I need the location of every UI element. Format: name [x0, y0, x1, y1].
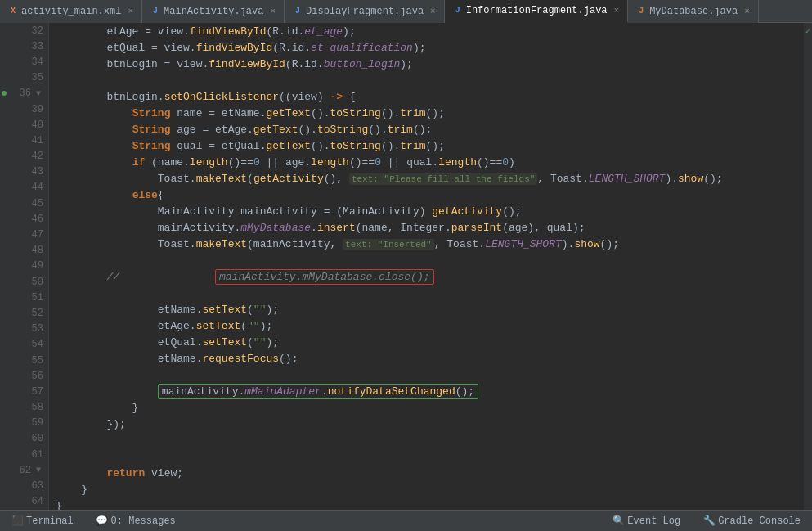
- gutter-row-44: 44: [0, 180, 48, 196]
- code-line-36: btnLogin.setOnClickListener((view) -> {: [49, 88, 804, 105]
- java-orange-icon: J: [636, 7, 646, 16]
- gutter-row-63: 63: [0, 478, 48, 493]
- gutter-row-47: 47: [0, 227, 48, 242]
- messages-label: 0: Messages: [111, 515, 176, 527]
- line-number-gutter: 32 33 34 35 36 ▼ 39 40 41 42 43: [0, 23, 49, 510]
- gutter-row-58: 58: [0, 400, 48, 416]
- gradle-console-button[interactable]: 🔧 Gradle Console: [698, 514, 805, 529]
- gradle-console-label: Gradle Console: [718, 515, 801, 527]
- tab-label: MyDatabase.java: [649, 6, 738, 17]
- code-line-40: String age = etAge.getText().toString().…: [49, 121, 804, 137]
- gradle-icon: 🔧: [703, 515, 715, 527]
- close-icon[interactable]: ×: [614, 6, 620, 16]
- gutter-row-53: 53: [0, 322, 48, 337]
- gutter-row-33: 33: [0, 38, 48, 54]
- terminal-icon: ⬛: [11, 515, 23, 527]
- code-line-42: if (name.length()==0 || age.length()==0 …: [49, 154, 804, 170]
- tab-information-fragment[interactable]: J InformationFragment.java ×: [445, 0, 628, 23]
- gutter-row-56: 56: [0, 368, 48, 384]
- code-line-50: [49, 285, 804, 301]
- tab-my-database[interactable]: J MyDatabase.java ×: [628, 0, 759, 23]
- gutter-row-61: 61: [0, 447, 48, 462]
- event-log-label: Event Log: [627, 515, 680, 527]
- gutter-row-34: 34: [0, 54, 48, 70]
- gutter-row-59: 59: [0, 416, 48, 431]
- code-line-60: [49, 448, 804, 465]
- terminal-button[interactable]: ⬛ Terminal: [7, 514, 79, 529]
- code-line-53: etQual.setText("");: [49, 334, 804, 350]
- code-line-62: }: [49, 481, 804, 497]
- gutter-row-45: 45: [0, 196, 48, 211]
- code-line-49: // mainActivity.mMyDatabase.close();: [49, 268, 804, 285]
- tab-label: MainActivity.java: [164, 6, 263, 17]
- code-line-39: String name = etName.getText().toString(…: [49, 105, 804, 121]
- close-icon[interactable]: ×: [128, 7, 133, 16]
- gutter-row-49: 49: [0, 259, 48, 274]
- code-line-33: etQual = view.findViewById(R.id.et_quali…: [49, 39, 804, 56]
- gutter-row-41: 41: [0, 133, 48, 148]
- code-line-51: etName.setText("");: [49, 301, 804, 317]
- code-line-56: mainActivity.mMainAdapter.notifyDataSetC…: [49, 383, 804, 399]
- gutter-row-57: 57: [0, 384, 48, 399]
- gutter-row-62: 62 ▼: [0, 462, 48, 478]
- gutter-row-50: 50: [0, 274, 48, 290]
- gutter-row-32: 32: [0, 23, 48, 38]
- code-line-48: [49, 252, 804, 268]
- gutter-row-52: 52: [0, 305, 48, 321]
- java-icon: J: [453, 6, 463, 16]
- close-icon[interactable]: ×: [744, 7, 750, 16]
- gutter-row-42: 42: [0, 149, 48, 164]
- gutter-row-55: 55: [0, 353, 48, 368]
- code-line-59: [49, 432, 804, 448]
- code-line-58: });: [49, 416, 804, 432]
- gutter-row-40: 40: [0, 117, 48, 133]
- code-line-41: String qual = etQual.getText().toString(…: [49, 137, 804, 154]
- breakpoint-marker: [2, 91, 7, 96]
- tab-label: DisplayFragment.java: [306, 6, 424, 17]
- code-line-47: Toast.makeText(mainActivity, text: "Inse…: [49, 236, 804, 252]
- gutter-row-48: 48: [0, 243, 48, 259]
- tab-display-fragment[interactable]: J DisplayFragment.java ×: [285, 0, 445, 23]
- gutter-row-60: 60: [0, 431, 48, 447]
- event-log-button[interactable]: 🔍 Event Log: [608, 514, 685, 529]
- code-line-57: }: [49, 399, 804, 416]
- code-line-34: btnLogin = view.findViewById(R.id.button…: [49, 56, 804, 72]
- highlighted-code-box: mainActivity.mMainAdapter.notifyDataSetC…: [158, 384, 478, 399]
- gutter-row-64: 64: [0, 494, 48, 510]
- code-line-54: etName.requestFocus();: [49, 350, 804, 367]
- gutter-row-51: 51: [0, 290, 48, 305]
- xml-icon: X: [8, 7, 18, 16]
- tab-bar: X activity_main.xml × J MainActivity.jav…: [0, 0, 812, 23]
- event-log-icon: 🔍: [612, 515, 624, 527]
- gutter-row-54: 54: [0, 337, 48, 353]
- tab-main-activity[interactable]: J MainActivity.java ×: [142, 0, 285, 23]
- code-line-45: MainActivity mainActivity = (MainActivit…: [49, 203, 804, 219]
- fold-icon[interactable]: ▼: [34, 466, 43, 475]
- gutter-row-39: 39: [0, 101, 48, 117]
- java-icon: J: [150, 7, 160, 16]
- code-line-32: etAge = view.findViewById(R.id.et_age);: [49, 23, 804, 39]
- code-line-43: Toast.makeText(getActivity(), text: "Ple…: [49, 170, 804, 187]
- code-lines: etAge = view.findViewById(R.id.et_age); …: [49, 23, 804, 510]
- gutter-row-36: 36 ▼: [0, 86, 48, 101]
- messages-icon: 💬: [96, 515, 108, 527]
- gutter-row-43: 43: [0, 164, 48, 180]
- editor-container: 32 33 34 35 36 ▼ 39 40 41 42 43: [0, 23, 812, 510]
- code-line-44: else{: [49, 187, 804, 203]
- no-errors-indicator: ✓: [805, 26, 810, 36]
- terminal-label: Terminal: [26, 515, 74, 527]
- tab-label: activity_main.xml: [21, 6, 121, 17]
- commented-code-box: mainActivity.mMyDatabase.close();: [215, 269, 433, 285]
- code-line-63: }: [49, 497, 804, 510]
- tab-label: InformationFragment.java: [466, 5, 608, 16]
- code-line-61: return view;: [49, 465, 804, 481]
- code-line-46: mainActivity.mMyDatabase.insert(name, In…: [49, 219, 804, 236]
- code-editor[interactable]: etAge = view.findViewById(R.id.et_age); …: [49, 23, 804, 510]
- fold-icon[interactable]: ▼: [34, 88, 43, 98]
- tab-activity-main-xml[interactable]: X activity_main.xml ×: [0, 0, 142, 23]
- code-line-52: etAge.setText("");: [49, 317, 804, 334]
- close-icon[interactable]: ×: [270, 7, 276, 16]
- close-icon[interactable]: ×: [430, 7, 436, 16]
- messages-button[interactable]: 💬 0: Messages: [92, 514, 181, 529]
- gutter-row-35: 35: [0, 70, 48, 86]
